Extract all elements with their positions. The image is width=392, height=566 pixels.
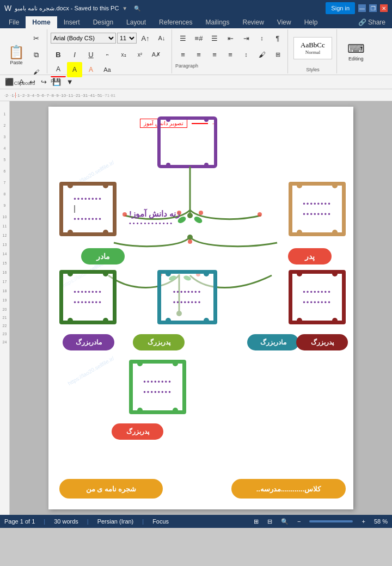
tab-home[interactable]: Home: [26, 16, 57, 28]
tab-help[interactable]: Help: [298, 16, 324, 28]
grandmother-left-button[interactable]: مادربزرگ: [63, 334, 114, 350]
bc-dots1: ••••••••: [143, 378, 171, 386]
footer-left-button[interactable]: شجره نامه ی من: [59, 479, 163, 499]
grandfather-right-button[interactable]: پدربزرگ: [296, 334, 348, 350]
pilcrow-button[interactable]: ¶: [270, 30, 285, 46]
font-size-select[interactable]: 11: [117, 33, 137, 44]
tab-view[interactable]: View: [271, 16, 298, 28]
focus-mode[interactable]: Focus: [152, 518, 169, 525]
align-center-button[interactable]: ≡: [191, 47, 206, 62]
mother-button[interactable]: مادر: [81, 248, 125, 264]
grow-font-button[interactable]: A↑: [138, 30, 153, 46]
close-button[interactable]: ✕: [380, 4, 388, 12]
view-icon3[interactable]: 🔍: [281, 518, 289, 525]
right-frame-dots1: ••••••••: [303, 200, 331, 208]
left-frame-brown: •••••••• ••••••••: [59, 182, 117, 236]
grandfather-left-button[interactable]: پدربزرگ: [133, 334, 185, 350]
tab-share[interactable]: 🔗 Share: [352, 16, 392, 28]
footer-right-button[interactable]: کلاس............مدرسه..: [231, 479, 346, 499]
ruler-content: ·2··1· ·1··2··3··4··5··6··7··8··9· ·10··…: [4, 93, 115, 98]
editing-content: ⌨ Editing: [342, 30, 370, 72]
font-name-row: Arial (Body CS) 11 A↑ A↓: [51, 30, 169, 46]
document-scroll[interactable]: https://lao20.sellfile.ir/ https://lao20…: [10, 101, 392, 515]
zoom-out[interactable]: −: [297, 518, 301, 525]
cut-button[interactable]: ✂: [28, 30, 44, 46]
left-ruler: 1 2 3 4 5 6 7 8 9 10 11 12 13 14 15 16 1…: [0, 101, 10, 515]
left-frame-dots2: ••••••••: [74, 215, 102, 223]
font-color2-button[interactable]: A: [83, 62, 99, 77]
numbering-button[interactable]: ≡#: [191, 30, 206, 46]
bullets-button[interactable]: ☰: [175, 30, 191, 46]
increase-indent-button[interactable]: ⇥: [238, 30, 254, 46]
title-bar: W شجره نامه بامبو.docx - Saved to this P…: [0, 0, 392, 16]
lrknot-bl: [297, 318, 302, 323]
grandfather-left-bottom[interactable]: پدربزرگ: [112, 423, 163, 440]
lower-left-frame: •••••••• ••••••••: [59, 270, 117, 324]
shading-button[interactable]: 🖌: [254, 47, 270, 62]
right-frame-dots2: ••••••••: [303, 210, 331, 218]
more-tb-btn[interactable]: ▼: [65, 77, 75, 87]
font-color-button[interactable]: A: [51, 62, 66, 77]
title-bar-right: Sign in — ❐ ✕: [326, 2, 388, 14]
status-bar: Page 1 of 1 | 30 words | Persian (Iran) …: [0, 515, 392, 528]
underline-button[interactable]: U: [83, 47, 99, 62]
zoom-in[interactable]: +: [362, 518, 365, 525]
language: Persian (Iran): [97, 518, 134, 525]
highlight-button[interactable]: A: [67, 62, 82, 77]
lcknot-br: [204, 318, 209, 323]
strikethrough-button[interactable]: ꟷ: [100, 47, 115, 62]
superscript-button[interactable]: x²: [132, 47, 148, 62]
redo-btn[interactable]: ↪: [39, 77, 48, 87]
sign-in-button[interactable]: Sign in: [326, 2, 355, 14]
subscript-button[interactable]: x₂: [116, 47, 131, 62]
font-color-tb-btn[interactable]: A: [17, 77, 26, 87]
llknot-bl: [68, 318, 73, 323]
line-spacing-button[interactable]: ↕: [238, 47, 254, 62]
llknot-br: [103, 318, 108, 323]
frame-knot-bl: [166, 163, 170, 167]
grandmother-right-button[interactable]: مادربزرگ: [247, 334, 299, 350]
shrink-font-button[interactable]: A↓: [154, 30, 169, 46]
styles-normal-label: AaBbCc: [301, 41, 325, 50]
copy-button[interactable]: ⧉: [28, 47, 44, 63]
svg-point-0: [187, 213, 193, 218]
tab-references[interactable]: References: [152, 16, 199, 28]
tab-insert[interactable]: Insert: [57, 16, 87, 28]
knot-tl: [68, 183, 73, 188]
zoom-percent: 58 %: [374, 518, 388, 525]
tab-design[interactable]: Design: [87, 16, 120, 28]
shape-icon-btn[interactable]: ⬛: [3, 77, 15, 87]
minimize-button[interactable]: —: [358, 4, 366, 12]
restore-button[interactable]: ❐: [369, 4, 377, 12]
undo-btn[interactable]: ↩: [28, 77, 37, 87]
decrease-indent-button[interactable]: ⇤: [223, 30, 238, 46]
font-name-select[interactable]: Arial (Body CS): [51, 33, 116, 44]
justify-button[interactable]: ≡: [223, 47, 238, 62]
clear-format-button[interactable]: A✗: [149, 47, 164, 62]
borders-button[interactable]: ⊞: [270, 47, 285, 62]
italic-button[interactable]: I: [67, 47, 82, 62]
align-right-button[interactable]: ≡: [207, 47, 222, 62]
knot-tr: [103, 183, 108, 188]
view-icon2[interactable]: ⊟: [267, 518, 272, 525]
student-label: زنه دانش آموز!: [129, 209, 180, 219]
zoom-slider[interactable]: [309, 520, 353, 522]
paste-section: 📋 Paste: [5, 41, 27, 69]
editing-big-button[interactable]: ⌨ Editing: [342, 38, 370, 65]
tab-review[interactable]: Review: [236, 16, 270, 28]
sort-button[interactable]: ↕: [254, 30, 270, 46]
multilevel-button[interactable]: ☰: [207, 30, 222, 46]
tab-layout[interactable]: Layout: [120, 16, 152, 28]
paste-button[interactable]: 📋 Paste: [5, 41, 27, 69]
view-icon1[interactable]: ⊞: [254, 518, 259, 525]
father-button[interactable]: پدر: [288, 248, 332, 264]
align-left-button[interactable]: ≡: [175, 47, 191, 62]
top-frame-purple: [157, 116, 217, 168]
tab-file[interactable]: File: [2, 16, 26, 28]
text-case-button[interactable]: Aa: [100, 62, 115, 77]
styles-preview[interactable]: AaBbCc Normal: [293, 37, 332, 59]
bold-button[interactable]: B: [51, 47, 66, 62]
save-tb-btn[interactable]: 💾: [51, 77, 63, 87]
tab-mailings[interactable]: Mailings: [199, 16, 236, 28]
watermark3: https://lao20.sellfile.ir/: [67, 355, 115, 387]
